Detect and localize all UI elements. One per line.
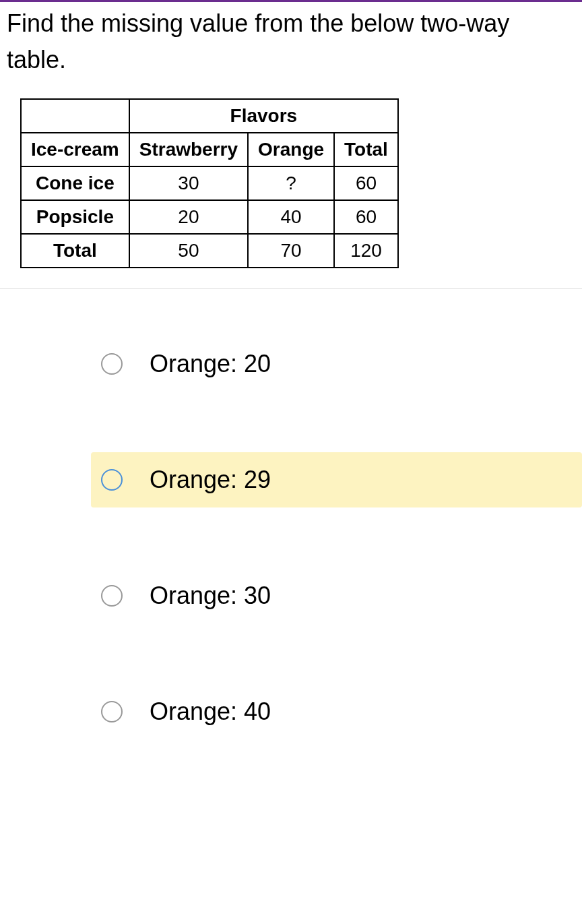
- option-label: Orange: 40: [150, 698, 271, 726]
- radio-icon: [101, 701, 123, 722]
- total-header: Total: [334, 133, 398, 166]
- option-2[interactable]: Orange: 29: [91, 452, 582, 507]
- flavors-header: Flavors: [129, 99, 398, 133]
- two-way-table: Flavors Ice-cream Strawberry Orange Tota…: [0, 98, 582, 288]
- option-4[interactable]: Orange: 40: [91, 684, 582, 739]
- answer-options: Orange: 20 Orange: 29 Orange: 30 Orange:…: [0, 289, 582, 766]
- tot-total-cell: 120: [334, 234, 398, 268]
- pop-orange-cell: 40: [248, 200, 334, 234]
- popsicle-row-header: Popsicle: [21, 200, 129, 234]
- option-label: Orange: 30: [150, 582, 271, 610]
- strawberry-header: Strawberry: [129, 133, 248, 166]
- orange-header: Orange: [248, 133, 334, 166]
- pop-total-cell: 60: [334, 200, 398, 234]
- cone-ice-row-header: Cone ice: [21, 166, 129, 200]
- ice-cream-header: Ice-cream: [21, 133, 129, 166]
- option-label: Orange: 29: [150, 466, 271, 494]
- option-label: Orange: 20: [150, 350, 271, 378]
- question-text: Find the missing value from the below tw…: [0, 5, 582, 98]
- radio-icon: [101, 353, 123, 375]
- total-row-header: Total: [21, 234, 129, 268]
- option-3[interactable]: Orange: 30: [91, 568, 582, 623]
- pop-strawberry-cell: 20: [129, 200, 248, 234]
- tot-orange-cell: 70: [248, 234, 334, 268]
- radio-icon: [101, 469, 123, 491]
- cone-strawberry-cell: 30: [129, 166, 248, 200]
- cone-total-cell: 60: [334, 166, 398, 200]
- empty-header: [21, 99, 129, 133]
- option-1[interactable]: Orange: 20: [91, 336, 582, 392]
- radio-icon: [101, 585, 123, 607]
- tot-strawberry-cell: 50: [129, 234, 248, 268]
- cone-orange-cell: ?: [248, 166, 334, 200]
